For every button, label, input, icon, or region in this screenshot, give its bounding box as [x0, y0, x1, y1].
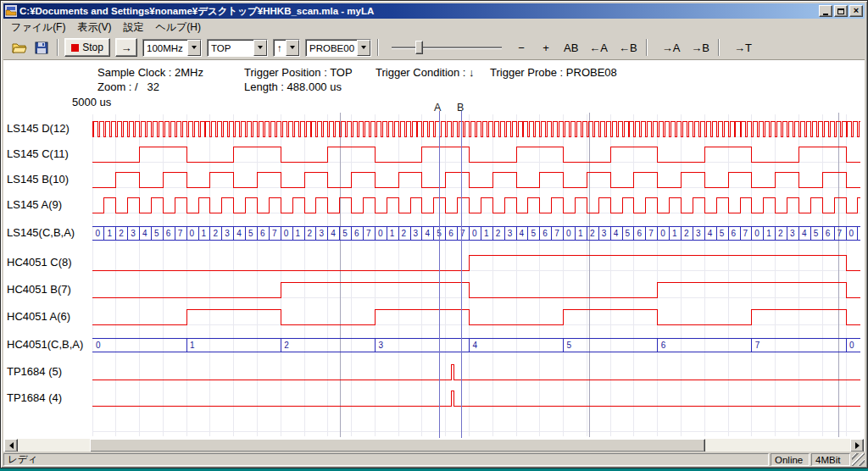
window-controls: ×	[819, 5, 863, 17]
toolbar-separator	[718, 39, 720, 56]
goto-trigger-button[interactable]: →T	[732, 38, 754, 57]
zoom-text: Zoom : / 32	[97, 80, 159, 93]
arrow-left-icon	[9, 442, 14, 449]
content-background	[3, 60, 865, 452]
sample-clock-combo-value: 100MHz	[143, 40, 187, 56]
horizontal-scrollbar[interactable]	[4, 439, 864, 452]
zoom-slider-track	[392, 47, 502, 48]
trigger-edge-combo-value: ↑	[274, 40, 286, 56]
arrow-right-icon	[855, 442, 860, 449]
status-ready: レディ	[3, 453, 769, 466]
signal-label: HC4051(C,B,A)	[7, 338, 83, 351]
signal-label: HC4051 C(8)	[7, 256, 72, 269]
close-icon: ×	[854, 6, 859, 15]
trigger-position-combo-dropdown[interactable]	[253, 40, 267, 56]
toolbar: Stop → 100MHz TOP ↑ PROBE00 − + AB ←A	[3, 36, 865, 60]
menu-settings[interactable]: 設定	[117, 19, 149, 36]
window-title: C:¥Documents and Settings¥noname¥デスクトップ¥…	[19, 5, 815, 18]
minimize-button[interactable]	[819, 5, 832, 17]
trigger-probe-combo-value: PROBE00	[306, 40, 357, 56]
trigger-condition-text: Trigger Condition : ↓	[376, 66, 475, 79]
sample-clock-combo-dropdown[interactable]	[187, 40, 201, 56]
status-memory: 4MBit	[811, 453, 850, 466]
run-button[interactable]: →	[115, 38, 137, 57]
statusbar: レディ Online 4MBit	[3, 452, 865, 466]
trigger-edge-combo[interactable]: ↑	[273, 39, 300, 57]
sample-clock-combo[interactable]: 100MHz	[142, 39, 202, 57]
sample-clock-text: Sample Clock : 2MHz	[97, 66, 203, 79]
trigger-probe-text: Trigger Probe : PROBE08	[490, 66, 617, 79]
goto-cursor-b-button[interactable]: ←B	[616, 38, 640, 57]
chevron-down-icon	[290, 46, 295, 49]
app-window: C:¥Documents and Settings¥noname¥デスクトップ¥…	[0, 0, 868, 468]
length-text: Length : 488.000 us	[244, 80, 342, 93]
minimize-icon	[823, 14, 828, 15]
signal-label: LS145(C,B,A)	[7, 226, 75, 239]
scroll-track[interactable]	[18, 439, 850, 452]
toolbar-separator	[377, 39, 379, 56]
resize-grip[interactable]	[852, 453, 865, 466]
scroll-right-button[interactable]	[850, 439, 864, 452]
scroll-thumb[interactable]	[90, 439, 705, 452]
set-cursor-b-button[interactable]: →B	[688, 38, 712, 57]
signal-label: LS145 D(12)	[7, 122, 70, 135]
trigger-position-combo[interactable]: TOP	[207, 39, 268, 57]
maximize-button[interactable]	[834, 5, 848, 17]
titlebar[interactable]: C:¥Documents and Settings¥noname¥デスクトップ¥…	[3, 3, 865, 19]
trigger-position-text: Trigger Position : TOP	[244, 66, 353, 79]
chevron-down-icon	[258, 46, 263, 49]
cursor-a-label[interactable]: A	[434, 102, 441, 114]
cursor-b-label[interactable]: B	[457, 102, 464, 114]
menu-help[interactable]: ヘルプ(H)	[149, 19, 207, 36]
scroll-left-button[interactable]	[4, 439, 18, 452]
zoom-slider[interactable]	[392, 39, 502, 56]
trigger-edge-combo-dropdown[interactable]	[286, 40, 299, 56]
menubar: ファイル(F) 表示(V) 設定 ヘルプ(H)	[3, 19, 865, 36]
chevron-down-icon	[192, 46, 197, 49]
signal-label: LS145 A(9)	[7, 198, 62, 211]
trigger-probe-combo-dropdown[interactable]	[357, 40, 370, 56]
signal-label: LS145 B(10)	[7, 173, 69, 186]
chevron-down-icon	[361, 46, 366, 49]
status-online: Online	[771, 453, 810, 466]
goto-cursor-a-button[interactable]: ←A	[587, 38, 610, 57]
close-button[interactable]: ×	[849, 5, 863, 17]
zoom-out-button[interactable]: −	[512, 38, 531, 57]
signal-label: TP1684 (4)	[7, 391, 62, 404]
zoom-in-button[interactable]: +	[537, 38, 555, 57]
zoom-slider-thumb[interactable]	[415, 41, 423, 54]
run-arrow-icon: →	[121, 42, 132, 54]
signal-label: TP1684 (5)	[7, 365, 62, 378]
maximize-icon	[837, 8, 844, 14]
signal-label: HC4051 A(6)	[7, 310, 70, 323]
trigger-probe-combo[interactable]: PROBE00	[305, 39, 371, 57]
signal-label: LS145 C(11)	[7, 147, 69, 160]
signal-label: HC4051 B(7)	[7, 283, 71, 296]
ab-span-button[interactable]: AB	[561, 38, 581, 57]
trigger-position-combo-value: TOP	[208, 40, 253, 56]
toolbar-separator	[646, 39, 648, 56]
signal-label-column: LS145 D(12)LS145 C(11)LS145 B(10)LS145 A…	[1, 1, 92, 468]
set-cursor-a-button[interactable]: →A	[659, 38, 683, 57]
